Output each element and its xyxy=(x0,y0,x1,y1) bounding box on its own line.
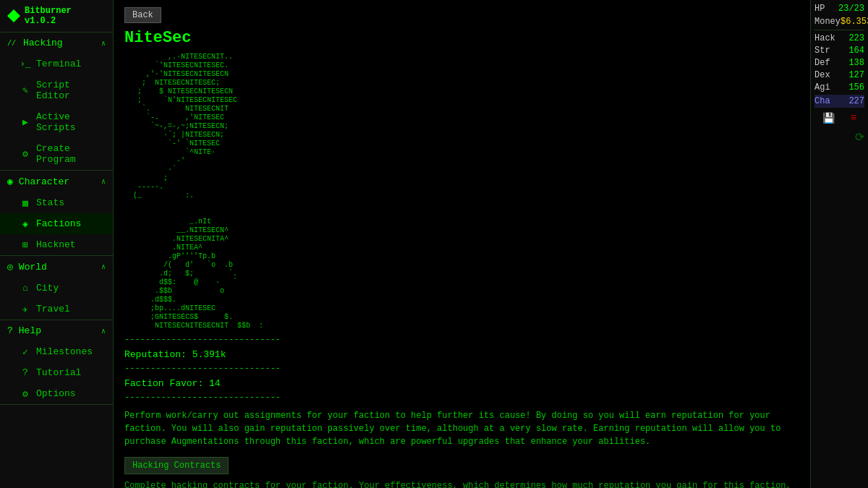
options-label: Options xyxy=(36,388,76,399)
sidebar-item-travel[interactable]: ✈ Travel xyxy=(0,299,113,320)
city-icon: ⌂ xyxy=(20,283,30,294)
hp-label: HP xyxy=(814,4,825,14)
hack-label: Hack xyxy=(814,33,835,43)
milestones-label: Milestones xyxy=(36,346,93,357)
main-content: Back NiteSec ,.·NITESECNIT.. `'NITESECNI… xyxy=(114,0,810,488)
def-value: 138 xyxy=(848,58,864,68)
character-section: ◉ Character ∧ ▦ Stats ◈ Factions ⊞ Hackn… xyxy=(0,171,113,256)
create-program-icon: ⚙ xyxy=(20,149,30,159)
divider-2: ------------------------------ xyxy=(124,363,799,375)
hacking-contracts-description: Complete hacking contracts for your fact… xyxy=(124,478,799,488)
hp-current: 23 xyxy=(838,4,848,14)
sidebar-item-tutorial[interactable]: ? Tutorial xyxy=(0,362,113,383)
character-label: Character xyxy=(19,176,69,187)
faction-favor-label: Faction Favor: xyxy=(124,378,203,389)
terminal-icon: ›_ xyxy=(20,59,30,69)
agi-row: Agi 156 xyxy=(814,82,864,93)
hacking-chevron: ∧ xyxy=(101,39,106,48)
faction-favor-value: 14 xyxy=(209,378,221,389)
agi-value: 156 xyxy=(848,82,864,93)
sidebar: Bitburner v1.0.2 Hacking ∧ ›_ Terminal ✎… xyxy=(0,0,114,488)
milestones-icon: ✓ xyxy=(20,347,30,357)
hacknet-icon: ⊞ xyxy=(20,240,30,250)
sidebar-item-city[interactable]: ⌂ City xyxy=(0,278,113,299)
reputation-display: Reputation: 5.391k xyxy=(124,349,799,360)
divider-3: ------------------------------ xyxy=(124,392,799,404)
money-row: Money $6.353m xyxy=(814,17,864,27)
str-label: Str xyxy=(814,46,830,56)
options-icon: ⚙ xyxy=(20,389,30,399)
money-value: $6.353m xyxy=(841,17,868,27)
hack-row: Hack 223 xyxy=(814,33,864,43)
character-icon: ◉ xyxy=(7,176,13,187)
terminal-label: Terminal xyxy=(36,59,81,69)
save-icon[interactable]: 💾 xyxy=(822,112,835,124)
help-label: Help xyxy=(19,325,41,336)
cha-value: 227 xyxy=(848,96,864,106)
world-icon: ◎ xyxy=(7,261,13,273)
sidebar-item-milestones[interactable]: ✓ Milestones xyxy=(0,341,113,362)
faction-description: Perform work/carry out assignments for y… xyxy=(124,409,799,448)
active-scripts-label: Active Scripts xyxy=(36,111,106,133)
hacking-label: Hacking xyxy=(23,38,63,48)
dex-label: Dex xyxy=(814,70,830,80)
str-row: Str 164 xyxy=(814,46,864,56)
danger-icon[interactable]: ≡ xyxy=(851,112,856,124)
stats-panel: HP 23/23 Money $6.353m Hack 223 Str 164 … xyxy=(810,0,868,488)
script-editor-icon: ✎ xyxy=(20,85,30,95)
world-label: World xyxy=(19,262,47,273)
sidebar-item-stats[interactable]: ▦ Stats xyxy=(0,192,113,213)
divider-1: ------------------------------ xyxy=(124,334,799,346)
panel-icons: 💾 ≡ xyxy=(814,112,864,124)
bottom-icon-area: ⟳ xyxy=(814,130,864,145)
sidebar-item-script-editor[interactable]: ✎ Script Editor xyxy=(0,74,113,106)
hacking-contracts-button[interactable]: Hacking Contracts xyxy=(124,457,229,474)
hacking-section: Hacking ∧ ›_ Terminal ✎ Script Editor ▶ … xyxy=(0,33,113,171)
bottom-action-icon[interactable]: ⟳ xyxy=(855,132,864,145)
def-label: Def xyxy=(814,58,830,68)
sidebar-item-terminal[interactable]: ›_ Terminal xyxy=(0,53,113,74)
hacknet-label: Hacknet xyxy=(36,239,76,250)
character-chevron: ∧ xyxy=(101,177,106,186)
reputation-label: Reputation: xyxy=(124,349,187,360)
factions-icon: ◈ xyxy=(20,219,30,229)
app-icon xyxy=(7,9,20,22)
hp-max: 23 xyxy=(854,4,864,14)
sidebar-item-hacknet[interactable]: ⊞ Hacknet xyxy=(0,234,113,255)
world-chevron: ∧ xyxy=(101,262,106,271)
faction-favor-display: Faction Favor: 14 xyxy=(124,378,799,389)
tutorial-icon: ? xyxy=(20,368,30,378)
sidebar-item-active-scripts[interactable]: ▶ Active Scripts xyxy=(0,106,113,138)
app-title: Bitburner v1.0.2 xyxy=(25,6,106,26)
cha-row: Cha 227 xyxy=(814,95,864,108)
hacking-category[interactable]: Hacking ∧ xyxy=(0,33,113,53)
character-category[interactable]: ◉ Character ∧ xyxy=(0,171,113,192)
stat-divider xyxy=(814,30,864,30)
back-button[interactable]: Back xyxy=(124,7,161,23)
faction-title: NiteSec xyxy=(124,29,799,47)
create-program-label: Create Program xyxy=(36,143,106,165)
dex-value: 127 xyxy=(848,70,864,80)
hacking-contracts-section: Hacking Contracts Complete hacking contr… xyxy=(124,457,799,488)
def-row: Def 138 xyxy=(814,58,864,68)
sidebar-item-factions[interactable]: ◈ Factions xyxy=(0,213,113,234)
tutorial-label: Tutorial xyxy=(36,367,81,378)
travel-label: Travel xyxy=(36,304,70,314)
help-icon: ? xyxy=(7,325,13,336)
hacking-icon xyxy=(7,39,17,48)
help-category[interactable]: ? Help ∧ xyxy=(0,320,113,341)
sidebar-item-create-program[interactable]: ⚙ Create Program xyxy=(0,138,113,170)
faction-content: Back NiteSec ,.·NITESECNIT.. `'NITESECNI… xyxy=(114,0,810,488)
faction-ascii-art: ,.·NITESECNIT.. `'NITESECNITESEC. ,'·'NI… xyxy=(124,53,799,330)
help-section: ? Help ∧ ✓ Milestones ? Tutorial ⚙ Optio… xyxy=(0,320,113,405)
factions-label: Factions xyxy=(36,218,81,229)
world-category[interactable]: ◎ World ∧ xyxy=(0,256,113,278)
dex-row: Dex 127 xyxy=(814,70,864,80)
sidebar-item-options[interactable]: ⚙ Options xyxy=(0,383,113,404)
city-label: City xyxy=(36,283,59,294)
world-section: ◎ World ∧ ⌂ City ✈ Travel xyxy=(0,256,113,320)
str-value: 164 xyxy=(848,46,864,56)
help-chevron: ∧ xyxy=(101,327,106,335)
reputation-value: 5.391k xyxy=(192,349,226,360)
agi-label: Agi xyxy=(814,82,830,93)
